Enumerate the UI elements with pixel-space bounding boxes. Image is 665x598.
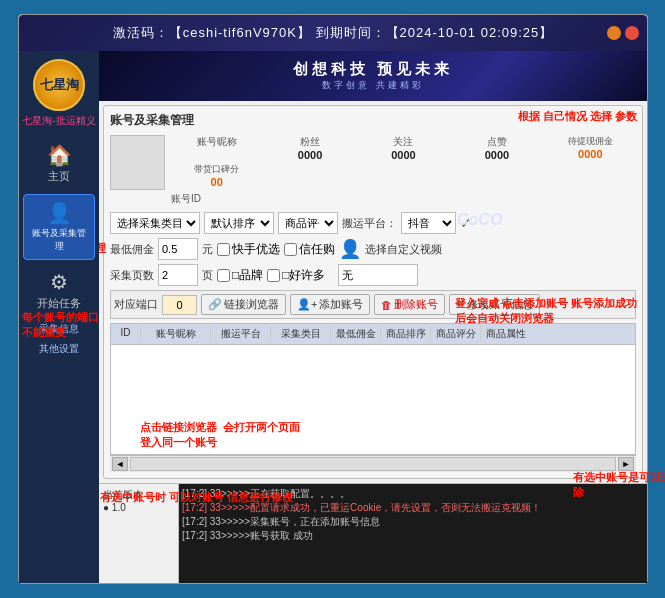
scroll-left[interactable]: ◄	[112, 457, 128, 471]
fast-option-check[interactable]: 快手优选	[217, 241, 280, 258]
log-line-2: [17:2] 33>>>>>配置请求成功，已重运Cookie，请先设置，否则无法…	[182, 501, 644, 515]
action-row: 对应端口 🔗 链接浏览器 👤+ 添加账号 🗑 删除账号	[110, 290, 636, 319]
log-line-4: [17:2] 33>>>>>账号获取 成功	[182, 529, 644, 543]
bottom-area: 当前版本 ● 1.0 [17:2] 33>>>>>正在获取配置。。。。 [17:…	[99, 483, 647, 583]
log-line-3: [17:2] 33>>>>>采集账号，正在添加账号信息	[182, 515, 644, 529]
custom-video-input-area	[338, 264, 418, 286]
account-table: ID 账号昵称 搬运平台 采集类目 最低佣金 商品排序 商品评分 商品属性	[110, 323, 636, 455]
home-icon: 🏠	[47, 143, 72, 167]
stat-follow: 关注 0000	[358, 135, 449, 161]
min-commission-input[interactable]	[158, 238, 198, 260]
col-min-comm: 最低佣金	[331, 326, 381, 342]
collect-type-select[interactable]: 选择采集类目	[110, 212, 200, 234]
window-controls	[607, 26, 639, 40]
add-account-button[interactable]: 👤+ 添加账号	[290, 294, 370, 315]
panel-container: 账号及采集管理 账号昵称 粉丝 0000	[99, 101, 647, 483]
panel-title: 账号及采集管理	[110, 112, 636, 129]
logo-area: 七星淘 七星淘-批运精义	[22, 59, 95, 127]
other-label: 其他设置	[39, 343, 79, 354]
person-icon: 👤	[339, 238, 361, 260]
sort-select[interactable]: 默认排序	[204, 212, 274, 234]
logo: 七星淘	[33, 59, 85, 111]
logo-subtitle: 七星淘-批运精义	[22, 114, 95, 127]
pages-input[interactable]	[158, 264, 198, 286]
stat-coupon: 带货口碑分 00	[171, 163, 262, 188]
edit-icon: ✏	[456, 298, 465, 311]
version-value: ● 1.0	[103, 502, 174, 513]
scroll-bar-row: ◄ ►	[110, 455, 636, 472]
col-id: ID	[111, 326, 141, 342]
accounts-icon: 👤	[47, 201, 72, 225]
platform-check-icon: ✓	[460, 215, 472, 231]
version-label: 当前版本	[103, 488, 174, 502]
more-check[interactable]: □好许多	[267, 267, 325, 284]
trust-option-check[interactable]: 信任购	[284, 241, 335, 258]
custom-video-row: 👤 选择自定义视频	[339, 238, 442, 260]
col-collect-type: 采集类目	[271, 326, 331, 342]
title-text: 激活码：【ceshi-tif6nV970K】 到期时间：【2024-10-01 …	[113, 24, 554, 42]
avatar	[110, 135, 165, 190]
brand-check[interactable]: □品牌	[217, 267, 263, 284]
brand-label: □品牌	[232, 267, 263, 284]
main-window: 激活码：【ceshi-tif6nV970K】 到期时间：【2024-10-01 …	[18, 14, 648, 584]
stat-account-name: 账号昵称	[171, 135, 262, 161]
scroll-right[interactable]: ►	[618, 457, 634, 471]
col-sort: 商品排序	[381, 326, 431, 342]
platform-select[interactable]: 抖音	[401, 212, 456, 234]
title-bar: 激活码：【ceshi-tif6nV970K】 到期时间：【2024-10-01 …	[19, 15, 647, 51]
account-panel: 账号及采集管理 账号昵称 粉丝 0000	[103, 105, 643, 479]
banner-sub: 数字创意 共建精彩	[322, 79, 424, 92]
form-row-2: 最低佣金 元 快手优选 信任购 👤 选择自定义	[110, 238, 636, 260]
col-platform: 搬运平台	[211, 326, 271, 342]
sidebar-item-home[interactable]: 🏠 主页	[23, 137, 95, 190]
platform-label: 搬运平台：	[342, 216, 397, 231]
stat-pending: 待提现佣金 0000	[545, 135, 636, 161]
logo-text: 七星淘	[40, 76, 79, 94]
port-input[interactable]	[162, 295, 197, 315]
col-attr: 商品属性	[481, 326, 531, 342]
delete-account-button[interactable]: 🗑 删除账号	[374, 294, 445, 315]
tasks-icon: ⚙	[50, 270, 68, 294]
stat-likes: 点赞 0000	[451, 135, 542, 161]
close-button[interactable]	[625, 26, 639, 40]
collect-label: 采集信息	[39, 323, 79, 334]
log-line-1: [17:2] 33>>>>>正在获取配置。。。。	[182, 487, 644, 501]
sidebar: 七星淘 七星淘-批运精义 🏠 主页 👤 账号及采集管理 ⚙ 开始任务 采集信息	[19, 51, 99, 583]
banner-main: 创想科技 预见未来	[293, 60, 453, 79]
app-body: 七星淘 七星淘-批运精义 🏠 主页 👤 账号及采集管理 ⚙ 开始任务 采集信息	[19, 51, 647, 583]
pages-unit: 页	[202, 268, 213, 283]
form-row-1: 选择采集类目 默认排序 商品评分 搬运平台： 抖音	[110, 212, 636, 234]
scroll-track[interactable]	[130, 457, 616, 471]
stats-grid: 账号昵称 粉丝 0000 关注 0000	[171, 135, 636, 188]
main-area: 创想科技 预见未来 数字创意 共建精彩 CoCO 根据 自己情况 选择 参数 点…	[99, 51, 647, 583]
delete-icon: 🗑	[381, 299, 392, 311]
col-score: 商品评分	[431, 326, 481, 342]
more-label: □好许多	[282, 267, 325, 284]
custom-video-label: 选择自定义视频	[365, 242, 442, 257]
home-label: 主页	[48, 169, 70, 184]
platform-group: 搬运平台： 抖音 ✓	[342, 212, 472, 234]
col-nickname: 账号昵称	[141, 326, 211, 342]
score-select[interactable]: 商品评分	[278, 212, 338, 234]
sidebar-item-other[interactable]: 其他设置	[35, 339, 83, 359]
stat-fans: 粉丝 0000	[264, 135, 355, 161]
sidebar-item-tasks[interactable]: ⚙ 开始任务	[23, 264, 95, 317]
table-header: ID 账号昵称 搬运平台 采集类目 最低佣金 商品排序 商品评分 商品属性	[111, 324, 635, 345]
port-label: 对应端口	[114, 297, 158, 312]
account-header: 账号昵称 粉丝 0000 关注 0000	[110, 135, 636, 206]
add-icon: 👤+	[297, 298, 317, 311]
sidebar-item-collect[interactable]: 采集信息	[35, 319, 83, 339]
minimize-button[interactable]	[607, 26, 621, 40]
account-id-label: 账号ID	[171, 192, 201, 206]
accounts-label: 账号及采集管理	[28, 227, 90, 253]
log-area: [17:2] 33>>>>>正在获取配置。。。。 [17:2] 33>>>>>配…	[179, 484, 647, 583]
tasks-label: 开始任务	[37, 296, 81, 311]
version-area: 当前版本 ● 1.0	[99, 484, 179, 583]
sidebar-item-accounts[interactable]: 👤 账号及采集管理	[23, 194, 95, 260]
modify-account-button[interactable]: ✏ 修改账号信息	[449, 294, 540, 315]
table-body	[111, 345, 635, 453]
custom-video-input[interactable]	[338, 264, 418, 286]
link-browser-button[interactable]: 🔗 链接浏览器	[201, 294, 286, 315]
form-row-3: 采集页数 页 □品牌 □好许多	[110, 264, 636, 286]
min-commission-label: 最低佣金	[110, 242, 154, 257]
